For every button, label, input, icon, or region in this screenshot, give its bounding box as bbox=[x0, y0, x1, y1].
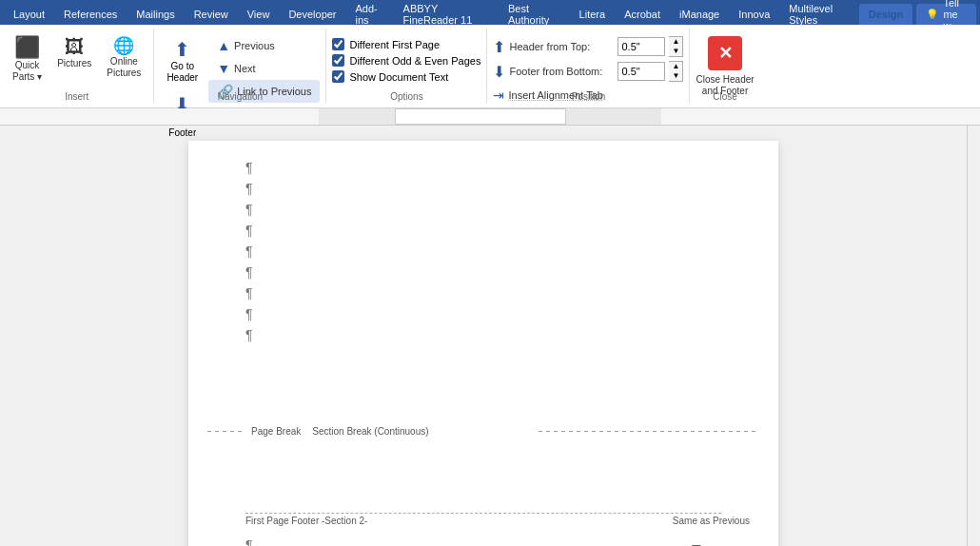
ribbon-toolbar: ⬛ QuickParts ▾ 🖼 Pictures 🌐 OnlinePictur… bbox=[0, 25, 980, 108]
footer-from-bottom-icon: ⬇ bbox=[493, 63, 505, 81]
page-break-section-break: Page Break Section Break (Continuous) bbox=[207, 426, 759, 437]
footer-area[interactable]: First Page Footer -Section 2- Same as Pr… bbox=[188, 513, 778, 546]
header-area[interactable]: ¶ ¶ ¶ ¶ ¶ ¶ ¶ ¶ ¶ bbox=[188, 141, 778, 426]
lightbulb-icon: 💡 bbox=[926, 9, 939, 21]
tab-layout[interactable]: Layout bbox=[4, 4, 54, 25]
paragraph-mark-7: ¶ bbox=[245, 285, 721, 301]
tab-design[interactable]: Design bbox=[859, 4, 913, 25]
tab-innova[interactable]: Innova bbox=[729, 4, 779, 25]
go-to-header-button[interactable]: ⬆ Go toHeader bbox=[160, 34, 205, 88]
tab-acrobat[interactable]: Acrobat bbox=[615, 4, 670, 25]
close-group: ✕ Close Headerand Footer Close bbox=[690, 29, 759, 104]
header-from-top-input[interactable] bbox=[617, 37, 665, 56]
position-group: ⬆ Header from Top: ▲ ▼ ⬇ Footer from Bot… bbox=[487, 29, 690, 104]
footer-content[interactable]: ¶ ⊞ bbox=[245, 528, 721, 546]
paragraph-mark-2: ¶ bbox=[245, 181, 721, 196]
previous-button[interactable]: ▲ Previous bbox=[208, 34, 320, 57]
different-odd-even-checkbox[interactable]: Different Odd & Even Pages bbox=[332, 54, 480, 67]
online-pictures-button[interactable]: 🌐 OnlinePictures bbox=[100, 32, 147, 84]
tab-multilevel[interactable]: Multilevel Styles bbox=[779, 4, 858, 25]
close-icon: ✕ bbox=[708, 36, 742, 70]
footer-label-bar: First Page Footer -Section 2- Same as Pr… bbox=[245, 513, 721, 528]
header-from-top-icon: ⬆ bbox=[493, 38, 505, 56]
pictures-icon: 🖼 bbox=[65, 37, 84, 56]
navigation-group: ⬆ Go toHeader ⬇ Go toFooter ▲ Previous ▼… bbox=[154, 29, 326, 104]
tab-litera[interactable]: Litera bbox=[570, 4, 616, 25]
paragraph-mark-4: ¶ bbox=[245, 223, 721, 238]
paragraph-mark-8: ¶ bbox=[245, 306, 721, 322]
online-pictures-icon: 🌐 bbox=[113, 37, 134, 54]
show-document-text-checkbox[interactable]: Show Document Text bbox=[332, 70, 480, 83]
section-break-text: Section Break (Continuous) bbox=[312, 426, 533, 437]
options-group-label: Options bbox=[326, 91, 486, 102]
document-area: ¶ ¶ ¶ ¶ ¶ ¶ ¶ ¶ ¶ Page Break Section Bre… bbox=[0, 126, 980, 546]
paragraph-mark-6: ¶ bbox=[245, 264, 721, 280]
tab-developer[interactable]: Developer bbox=[279, 4, 345, 25]
document-scroll[interactable]: ¶ ¶ ¶ ¶ ¶ ¶ ¶ ¶ ¶ Page Break Section Bre… bbox=[0, 126, 967, 546]
tab-tell-me[interactable]: 💡 Tell me w... bbox=[916, 4, 976, 25]
header-spinner: ▲ ▼ bbox=[669, 36, 683, 57]
paragraph-mark-9: ¶ bbox=[245, 327, 721, 342]
document-page: ¶ ¶ ¶ ¶ ¶ ¶ ¶ ¶ ¶ Page Break Section Bre… bbox=[188, 141, 778, 546]
close-header-footer-button[interactable]: ✕ Close Headerand Footer bbox=[696, 36, 754, 97]
footer-label: First Page Footer -Section 2- bbox=[245, 516, 367, 526]
options-group: Different First Page Different Odd & Eve… bbox=[326, 29, 487, 104]
tab-best-authority[interactable]: Best Authority bbox=[499, 4, 570, 25]
footer-spinner: ▲ ▼ bbox=[669, 61, 683, 82]
cursor-icon: ⊞ bbox=[691, 541, 702, 546]
ruler bbox=[0, 108, 980, 126]
footer-spacer bbox=[188, 437, 778, 513]
header-spinner-up[interactable]: ▲ bbox=[669, 37, 682, 47]
paragraph-mark-5: ¶ bbox=[245, 244, 721, 259]
paragraph-mark-1: ¶ bbox=[245, 160, 721, 175]
vertical-scrollbar[interactable] bbox=[967, 126, 980, 546]
different-first-page-checkbox[interactable]: Different First Page bbox=[332, 38, 480, 50]
same-as-previous-label: Same as Previous bbox=[673, 516, 750, 526]
ruler-white-area bbox=[395, 108, 566, 125]
quick-parts-button[interactable]: ⬛ QuickParts ▾ bbox=[6, 32, 49, 88]
footer-spinner-up[interactable]: ▲ bbox=[669, 62, 682, 71]
ruler-inner bbox=[319, 108, 661, 125]
go-to-header-icon: ⬆ bbox=[174, 38, 190, 61]
pictures-button[interactable]: 🖼 Pictures bbox=[50, 32, 98, 74]
footer-paragraph-mark: ¶ bbox=[245, 537, 721, 546]
close-group-label: Close bbox=[690, 91, 759, 102]
tab-view[interactable]: View bbox=[238, 4, 280, 25]
tab-add-ins[interactable]: Add-ins bbox=[346, 4, 394, 25]
ribbon-tabs: Layout References Mailings Review View D… bbox=[0, 0, 980, 25]
tab-abbyy[interactable]: ABBYY FineReader 11 bbox=[394, 4, 499, 25]
next-button[interactable]: ▼ Next bbox=[208, 57, 320, 80]
insert-group: ⬛ QuickParts ▾ 🖼 Pictures 🌐 OnlinePictur… bbox=[0, 29, 154, 104]
quick-parts-icon: ⬛ bbox=[14, 37, 40, 58]
position-group-label: Position bbox=[487, 91, 689, 102]
tab-references[interactable]: References bbox=[54, 4, 127, 25]
navigation-group-label: Navigation bbox=[154, 91, 325, 102]
tab-mailings[interactable]: Mailings bbox=[127, 4, 184, 25]
footer-from-bottom-input[interactable] bbox=[617, 62, 665, 81]
paragraph-mark-3: ¶ bbox=[245, 202, 721, 217]
previous-icon: ▲ bbox=[217, 38, 230, 53]
tab-review[interactable]: Review bbox=[185, 4, 238, 25]
insert-group-label: Insert bbox=[0, 91, 153, 102]
header-spinner-down[interactable]: ▼ bbox=[669, 47, 682, 56]
page-break-text: Page Break bbox=[251, 426, 301, 437]
footer-spinner-down[interactable]: ▼ bbox=[669, 71, 682, 81]
tab-imanage[interactable]: iManage bbox=[670, 4, 729, 25]
next-icon: ▼ bbox=[217, 61, 230, 76]
